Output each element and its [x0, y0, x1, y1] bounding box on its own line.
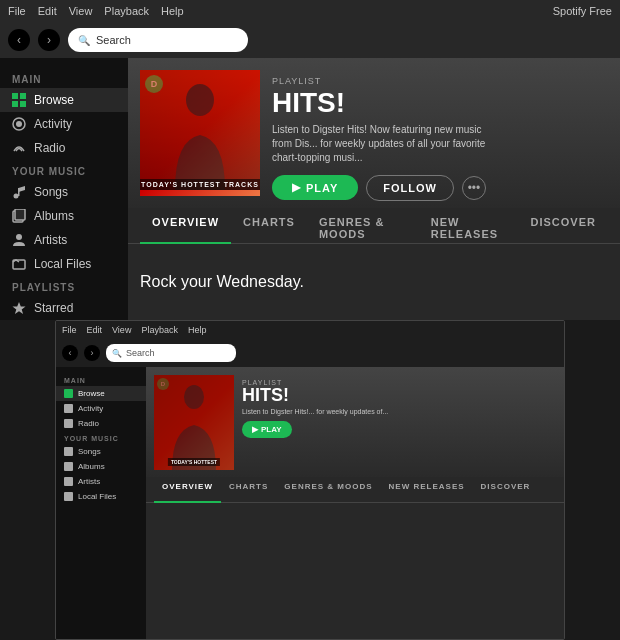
sidebar-item-activity[interactable]: Activity	[0, 112, 128, 136]
play-button[interactable]: PLAY	[272, 175, 358, 200]
mini-sidebar-item-albums[interactable]: Albums	[56, 459, 146, 474]
mini-radio-icon	[64, 419, 73, 428]
mini-sidebar-item-activity[interactable]: Activity	[56, 401, 146, 416]
mini-menu-playback[interactable]: Playback	[141, 325, 178, 335]
mini-back-button[interactable]: ‹	[62, 345, 78, 361]
mini-tab-discover[interactable]: DISCOVER	[473, 477, 539, 503]
tab-discover[interactable]: DISCOVER	[519, 208, 608, 244]
songs-icon	[12, 185, 26, 199]
mini-tab-overview[interactable]: OVERVIEW	[154, 477, 221, 503]
menu-edit[interactable]: Edit	[38, 5, 57, 17]
activity-label: Activity	[34, 117, 72, 131]
cover-hits-subtitle: TODAY'S HOTTEST TRACKS	[140, 179, 260, 190]
mini-albums-label: Albums	[78, 462, 105, 471]
mini-cover-hits-text: TODAY'S HOTTEST	[168, 458, 220, 466]
your-music-section-label: YOUR MUSIC	[0, 160, 128, 180]
mini-tab-genres-moods[interactable]: GENRES & MOODS	[276, 477, 380, 503]
sidebar-item-songs[interactable]: Songs	[0, 180, 128, 204]
mini-artists-icon	[64, 477, 73, 486]
mini-albums-icon	[64, 462, 73, 471]
playlist-type: PLAYLIST	[272, 76, 608, 86]
mini-sidebar-item-artists[interactable]: Artists	[56, 474, 146, 489]
mini-radio-label: Radio	[78, 419, 99, 428]
mini-play-button[interactable]: PLAY	[242, 421, 292, 438]
menu-bar: File Edit View Playback Help Spotify Fre…	[0, 0, 620, 22]
menu-view[interactable]: View	[69, 5, 93, 17]
main-window: File Edit View Playback Help Spotify Fre…	[0, 0, 620, 320]
content-body: Rock your Wednesday.	[128, 244, 620, 320]
menu-playback[interactable]: Playback	[104, 5, 149, 17]
artists-icon	[12, 233, 26, 247]
mini-artists-label: Artists	[78, 477, 100, 486]
sidebar-item-albums[interactable]: Albums	[0, 204, 128, 228]
mini-sidebar: MAIN Browse Activity Radio YOUR MUSIC So…	[56, 367, 146, 640]
mini-main-section-label: MAIN	[56, 373, 146, 386]
playlist-description: Listen to Digster Hits! Now featuring ne…	[272, 123, 492, 165]
mini-local-files-icon	[64, 492, 73, 501]
sidebar-item-artists[interactable]: Artists	[0, 228, 128, 252]
mini-sidebar-item-browse[interactable]: Browse	[56, 386, 146, 401]
albums-icon	[12, 209, 26, 223]
mini-menu-help[interactable]: Help	[188, 325, 207, 335]
mini-songs-icon	[64, 447, 73, 456]
activity-icon	[12, 117, 26, 131]
sidebar-item-browse[interactable]: Browse	[0, 88, 128, 112]
albums-label: Albums	[34, 209, 74, 223]
mini-sidebar-item-songs[interactable]: Songs	[56, 444, 146, 459]
more-button[interactable]: •••	[462, 176, 486, 200]
svg-point-17	[184, 385, 204, 409]
radio-icon	[12, 141, 26, 155]
svg-point-11	[16, 234, 22, 240]
mini-browse-label: Browse	[78, 389, 105, 398]
svg-point-15	[186, 84, 214, 116]
tab-charts[interactable]: CHARTS	[231, 208, 307, 244]
svg-marker-13	[13, 302, 26, 314]
search-bar-container: 🔍	[68, 28, 248, 52]
mini-main-layout: MAIN Browse Activity Radio YOUR MUSIC So…	[56, 367, 564, 640]
mini-forward-button[interactable]: ›	[84, 345, 100, 361]
tab-overview[interactable]: OVERVIEW	[140, 208, 231, 244]
tab-genres-moods[interactable]: GENRES & MOODS	[307, 208, 419, 244]
forward-button[interactable]: ›	[38, 29, 60, 51]
mini-playlist-desc: Listen to Digster Hits!... for weekly up…	[242, 408, 556, 415]
tab-new-releases[interactable]: NEW RELEASES	[419, 208, 519, 244]
sidebar-item-starred[interactable]: Starred	[0, 296, 128, 320]
mini-sidebar-item-radio[interactable]: Radio	[56, 416, 146, 431]
svg-rect-10	[15, 209, 25, 220]
search-icon: 🔍	[78, 35, 90, 46]
play-icon	[292, 181, 301, 194]
playlist-cover: D	[140, 70, 260, 196]
mini-search-icon: 🔍	[112, 349, 122, 358]
back-button[interactable]: ‹	[8, 29, 30, 51]
cover-art: D	[140, 70, 260, 196]
mini-menu-view[interactable]: View	[112, 325, 131, 335]
mini-menu-bar: File Edit View Playback Help	[56, 321, 564, 339]
browse-label: Browse	[34, 93, 74, 107]
mini-activity-label: Activity	[78, 404, 103, 413]
search-input[interactable]	[96, 34, 236, 46]
mini-browse-icon	[64, 389, 73, 398]
menu-help[interactable]: Help	[161, 5, 184, 17]
playlist-title: HITS!	[272, 88, 608, 119]
mini-songs-label: Songs	[78, 447, 101, 456]
sidebar-item-local-files[interactable]: Local Files	[0, 252, 128, 276]
mini-menu-edit[interactable]: Edit	[87, 325, 103, 335]
playlist-actions: PLAY FOLLOW •••	[272, 175, 608, 201]
follow-button[interactable]: FOLLOW	[366, 175, 454, 201]
sidebar-item-radio[interactable]: Radio	[0, 136, 128, 160]
mini-tab-new-releases[interactable]: NEW RELEASES	[381, 477, 473, 503]
mini-tab-charts[interactable]: CHARTS	[221, 477, 276, 503]
browse-icon	[12, 93, 26, 107]
mini-menu-file[interactable]: File	[62, 325, 77, 335]
mini-search-bar: 🔍 Search	[106, 344, 236, 362]
svg-point-5	[16, 121, 22, 127]
toolbar: ‹ › 🔍	[0, 22, 620, 58]
mini-playlist-header: D TODAY'S HOTTEST PLAYLIST HITS! Listen …	[146, 367, 564, 477]
mini-sidebar-item-local-files[interactable]: Local Files	[56, 489, 146, 504]
menu-file[interactable]: File	[8, 5, 26, 17]
mini-toolbar: ‹ › 🔍 Search	[56, 339, 564, 367]
local-files-label: Local Files	[34, 257, 91, 271]
mini-activity-icon	[64, 404, 73, 413]
mini-your-music-label: YOUR MUSIC	[56, 431, 146, 444]
main-section-label: MAIN	[0, 68, 128, 88]
